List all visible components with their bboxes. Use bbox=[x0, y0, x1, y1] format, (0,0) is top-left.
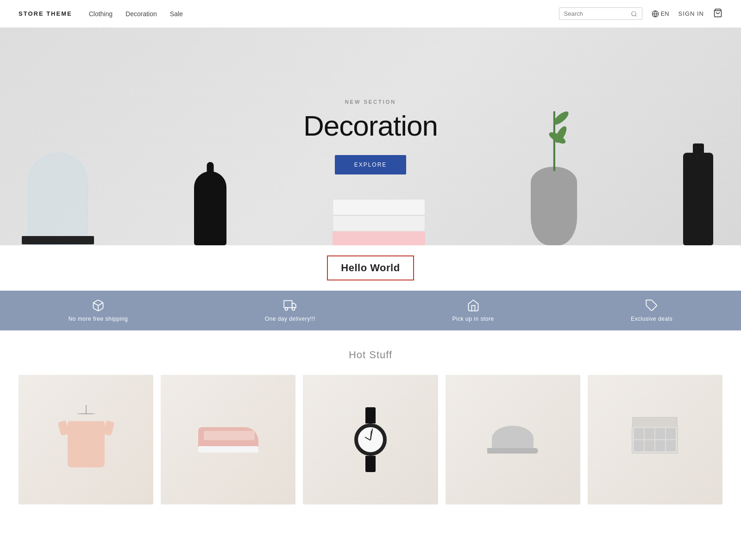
svg-point-9 bbox=[292, 308, 295, 311]
cart-icon bbox=[713, 8, 722, 18]
info-item-deals: Exclusive deals bbox=[631, 299, 672, 322]
box-shape bbox=[632, 426, 678, 454]
products-grid bbox=[19, 375, 722, 504]
info-item-shipping: No more free shipping bbox=[69, 299, 128, 322]
cart-button[interactable] bbox=[713, 8, 722, 19]
svg-point-8 bbox=[285, 308, 288, 311]
lang-label: EN bbox=[661, 10, 669, 17]
navbar: STORE THEME Clothing Decoration Sale EN … bbox=[0, 0, 741, 28]
navbar-right: EN SIGN IN bbox=[559, 7, 722, 20]
info-label-deals: Exclusive deals bbox=[631, 316, 672, 322]
hero-subtitle: NEW SECTION bbox=[303, 99, 438, 105]
search-icon bbox=[631, 11, 637, 17]
box-icon bbox=[92, 299, 105, 312]
product-box-visual bbox=[588, 375, 722, 504]
watch-strap-bottom bbox=[365, 456, 376, 472]
info-label-pickup: Pick up in store bbox=[452, 316, 494, 322]
explore-button[interactable]: EXPLORE bbox=[335, 155, 407, 174]
svg-point-0 bbox=[631, 11, 635, 15]
info-label-delivery: One day delivery!!! bbox=[265, 316, 316, 322]
product-card-shoe[interactable] bbox=[161, 375, 295, 504]
hero-title: Decoration bbox=[303, 109, 438, 142]
svg-line-1 bbox=[635, 15, 636, 16]
hot-stuff-section: Hot Stuff bbox=[0, 330, 741, 514]
nav-decoration[interactable]: Decoration bbox=[126, 10, 157, 18]
search-input[interactable] bbox=[564, 10, 628, 17]
navbar-left: STORE THEME Clothing Decoration Sale bbox=[19, 10, 183, 18]
cap-brim bbox=[487, 448, 538, 454]
info-item-pickup: Pick up in store bbox=[452, 299, 494, 322]
hero-section: NEW SECTION Decoration EXPLORE bbox=[0, 28, 741, 245]
product-cap-visual bbox=[446, 375, 580, 504]
product-watch-visual bbox=[303, 375, 438, 504]
store-icon bbox=[467, 299, 480, 312]
product-tshirt-visual bbox=[19, 375, 153, 504]
lang-selector[interactable]: EN bbox=[652, 10, 669, 18]
nav-sale[interactable]: Sale bbox=[170, 10, 183, 18]
product-card-cap[interactable] bbox=[446, 375, 580, 504]
cap-dome bbox=[492, 426, 534, 451]
globe-icon bbox=[652, 10, 659, 18]
info-item-delivery: One day delivery!!! bbox=[265, 299, 316, 322]
svg-marker-7 bbox=[292, 303, 296, 307]
info-label-shipping: No more free shipping bbox=[69, 316, 128, 322]
info-bar: No more free shipping One day delivery!!… bbox=[0, 291, 741, 330]
hello-world-box: Hello World bbox=[327, 255, 414, 280]
product-shoe-visual bbox=[161, 375, 295, 504]
svg-rect-6 bbox=[284, 301, 293, 308]
tshirt-shape bbox=[68, 421, 105, 467]
nav-links: Clothing Decoration Sale bbox=[89, 10, 183, 18]
product-card-watch[interactable] bbox=[303, 375, 438, 504]
hello-banner: Hello World bbox=[0, 245, 741, 291]
nav-clothing[interactable]: Clothing bbox=[89, 10, 113, 18]
store-logo: STORE THEME bbox=[19, 10, 72, 17]
truck-icon bbox=[283, 299, 296, 312]
tag-icon bbox=[645, 299, 658, 312]
sign-in-button[interactable]: SIGN IN bbox=[678, 10, 704, 17]
watch-face bbox=[354, 423, 387, 456]
product-card-box[interactable] bbox=[588, 375, 722, 504]
product-card-tshirt[interactable] bbox=[19, 375, 153, 504]
hero-content: NEW SECTION Decoration EXPLORE bbox=[303, 99, 438, 174]
cap-shape bbox=[490, 426, 536, 454]
search-box[interactable] bbox=[559, 7, 642, 20]
hot-section-title: Hot Stuff bbox=[19, 349, 722, 361]
watch-strap-top bbox=[365, 407, 376, 423]
